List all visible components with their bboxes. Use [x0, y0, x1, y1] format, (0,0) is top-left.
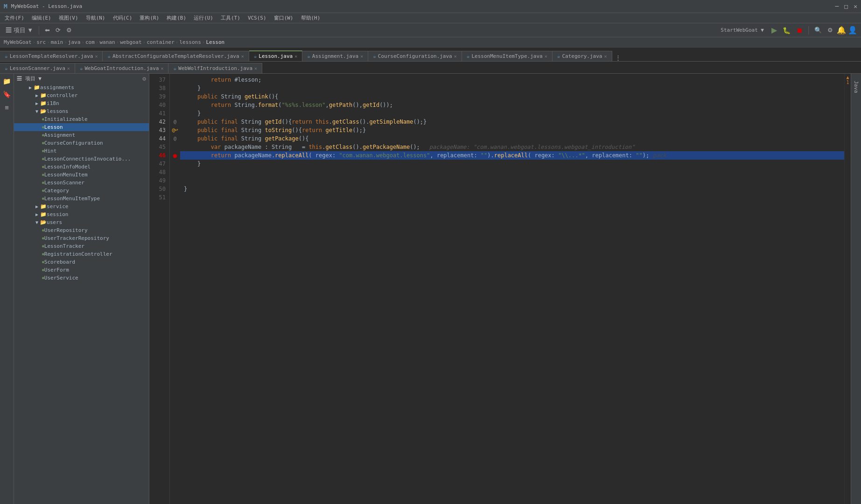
project-dropdown[interactable]: ☰ 项目 ▼	[17, 75, 140, 82]
tab-close[interactable]: ✕	[454, 54, 457, 59]
tree-item-lessonscanner-class[interactable]: ● LessonScanner	[14, 179, 149, 187]
tree-item-assignment-class[interactable]: ● Assignment	[14, 131, 149, 139]
tree-item-assignments[interactable]: ▶ 📁 assignments	[14, 84, 149, 91]
tree-item-lesson[interactable]: ● Lesson	[14, 123, 149, 131]
tree-label: controller	[47, 92, 77, 98]
breadcrumb-part[interactable]: Lesson	[206, 39, 224, 45]
menu-window[interactable]: 窗口(W)	[271, 14, 296, 22]
breadcrumb-part[interactable]: container	[147, 39, 175, 45]
tree-item-usertrackerrepository[interactable]: ● UserTrackerRepository	[14, 234, 149, 242]
tab-webgoat-intro[interactable]: ☕ WebGoatIntroduction.java ✕	[75, 63, 169, 73]
tree-label: session	[47, 211, 68, 217]
toolbar-sep-2	[808, 26, 809, 35]
breadcrumb-part[interactable]: main	[51, 39, 63, 45]
structure-icon[interactable]: ≡	[3, 102, 10, 113]
menu-tools[interactable]: 工具(T)	[218, 14, 243, 22]
tab-webwolf-intro[interactable]: ☕ WebWolfIntroduction.java ✕	[168, 63, 262, 73]
title-controls: ─ □ ✕	[835, 3, 857, 10]
tree-item-userservice[interactable]: ● UserService	[14, 274, 149, 282]
code-editor: 37 38 39 40 41 42 43 44 45 46 47 48 49 5…	[149, 74, 851, 504]
menu-edit[interactable]: 编辑(E)	[29, 14, 54, 22]
tab-label: Category.java	[562, 53, 602, 59]
tab-close[interactable]: ✕	[241, 54, 244, 59]
tab-lesson-menu-item-type[interactable]: ☕ LessonMenuItemType.java ✕	[462, 51, 553, 61]
breadcrumb-part[interactable]: lessons	[179, 39, 201, 45]
tree-item-userform[interactable]: ● UserForm	[14, 266, 149, 274]
breadcrumb-part[interactable]: webgoat	[120, 39, 141, 45]
menu-view[interactable]: 视图(V)	[56, 14, 81, 22]
project-btn[interactable]: ☰ 项目 ▼	[4, 25, 35, 35]
tree-item-i18n[interactable]: ▶ 📁 i18n	[14, 99, 149, 107]
tree-item-lessons[interactable]: ▼ 📂 lessons	[14, 107, 149, 115]
search-btn[interactable]: 🔍	[812, 26, 824, 35]
tab-close[interactable]: ✕	[604, 54, 607, 59]
tree-item-users[interactable]: ▼ 📂 users	[14, 218, 149, 226]
breadcrumb-part[interactable]: java	[68, 39, 81, 45]
stop-btn[interactable]: ⏹	[794, 26, 805, 35]
menu-run[interactable]: 运行(U)	[191, 14, 216, 22]
tab-overflow[interactable]: ⋮	[612, 54, 624, 61]
tab-lesson-template[interactable]: ☕ LessonTemplateResolver.java ✕	[0, 51, 103, 61]
tree-item-registrationcontroller[interactable]: ● RegistrationController	[14, 250, 149, 258]
project-view-icon[interactable]: 📁	[1, 76, 13, 87]
tab-lesson-scanner[interactable]: ☕ LessonScanner.java ✕	[0, 63, 75, 73]
menu-file[interactable]: 文件(F)	[2, 14, 27, 22]
tab-category[interactable]: ☕ Category.java ✕	[553, 51, 612, 61]
breadcrumb-part[interactable]: src	[36, 39, 46, 45]
tab-abstract[interactable]: ☕ AbstractConfigurableTemplateResolver.j…	[103, 51, 249, 61]
tree-item-lessonconnect[interactable]: ● LessonConnectionInvocatio...	[14, 155, 149, 163]
menu-build[interactable]: 构建(B)	[164, 14, 189, 22]
maximize-btn[interactable]: □	[844, 3, 848, 10]
tree-item-lessontracker[interactable]: ● LessonTracker	[14, 242, 149, 250]
tree-item-lessonmenuitem[interactable]: ● LessonMenuItem	[14, 171, 149, 179]
tree-item-scoreboard[interactable]: ● Scoreboard	[14, 258, 149, 266]
breadcrumb-part[interactable]: com	[85, 39, 95, 45]
tab-assignment[interactable]: ☕ Assignment.java ✕	[302, 51, 368, 61]
tab-close[interactable]: ✕	[161, 66, 163, 71]
code-line-44: public final String getPackage(){	[180, 134, 844, 143]
debug-btn[interactable]: 🐛	[781, 26, 792, 35]
toolbar-settings[interactable]: ⚙	[64, 26, 74, 35]
breadcrumb-part[interactable]: MyWebGoat	[4, 39, 32, 45]
tree-item-lessoninfomodel[interactable]: ● LessonInfoModel	[14, 163, 149, 171]
breadcrumb-part[interactable]: wanan	[99, 39, 115, 45]
sidebar-options[interactable]: ⚙	[142, 75, 146, 82]
tab-close[interactable]: ✕	[360, 54, 363, 59]
menu-help[interactable]: 帮助(H)	[298, 14, 323, 22]
tab-close[interactable]: ✕	[294, 54, 297, 59]
menu-code[interactable]: 代码(C)	[110, 14, 135, 22]
java-icon-right[interactable]: Java	[852, 79, 861, 95]
minimize-btn[interactable]: ─	[835, 3, 839, 10]
bookmarks-icon[interactable]: 🔖	[1, 89, 13, 100]
tree-item-service[interactable]: ▶ 📁 service	[14, 203, 149, 210]
menu-nav[interactable]: 导航(N)	[83, 14, 108, 22]
menu-vcs[interactable]: VCS(S)	[245, 14, 269, 22]
tab-close[interactable]: ✕	[254, 66, 257, 71]
tree-item-lessonmenuitemtype[interactable]: ● LessonMenuItemType	[14, 195, 149, 203]
toolbar-back[interactable]: ⬅	[43, 26, 52, 35]
tree-item-session[interactable]: ▶ 📁 session	[14, 210, 149, 218]
tab-close[interactable]: ✕	[545, 54, 547, 59]
tab-lesson[interactable]: ☕ Lesson.java ✕	[249, 50, 303, 61]
tree-item-course-config[interactable]: ● CourseConfiguration	[14, 139, 149, 147]
toolbar-forward[interactable]: ⟳	[54, 26, 63, 35]
tab-close[interactable]: ✕	[95, 54, 98, 59]
menu-refactor[interactable]: 重构(R)	[137, 14, 162, 22]
close-btn[interactable]: ✕	[854, 3, 857, 10]
code-line-45: var packageName : String = this.getClass…	[180, 143, 844, 151]
settings2-btn[interactable]: ⚙	[826, 26, 835, 35]
tree-item-controller[interactable]: ▶ 📁 controller	[14, 91, 149, 99]
run-btn[interactable]: ▶	[770, 25, 779, 35]
tree-item-userrepository[interactable]: ● UserRepository	[14, 226, 149, 234]
tree-label: Category	[44, 188, 69, 194]
tree-item-category-class[interactable]: ● Category	[14, 187, 149, 195]
tab-close[interactable]: ✕	[67, 66, 70, 71]
tree-label: RegistrationController	[44, 251, 112, 257]
code-content[interactable]: return #lesson; } public String getLink(…	[180, 74, 844, 504]
tab-course-config[interactable]: ☕ CourseConfiguration.java ✕	[368, 51, 462, 61]
breadcrumb: MyWebGoat › src › main › java › com › wa…	[0, 37, 861, 48]
tree-item-initializable[interactable]: ● Initializeable	[14, 115, 149, 123]
sidebar-panel: ☰ 项目 ▼ ⚙ ▶ 📁 assignments ▶ 📁 controller …	[14, 74, 149, 504]
code-line-49	[180, 176, 844, 185]
tree-item-hint[interactable]: ● Hint	[14, 147, 149, 155]
